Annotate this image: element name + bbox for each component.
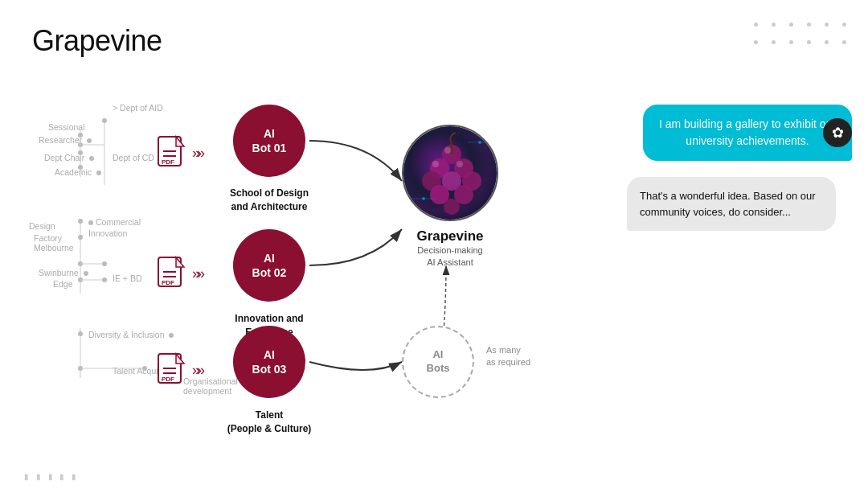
assistant-message-bubble: That's a wonderful idea. Based on our co…: [627, 177, 836, 231]
svg-point-7: [102, 118, 107, 123]
svg-point-48: [444, 199, 460, 215]
org-researcher-label: Researcher: [39, 135, 92, 145]
svg-point-12: [78, 277, 83, 282]
bot-01-circle: AI Bot 01: [233, 105, 305, 177]
arrow-to-bot1: »»: [192, 145, 202, 162]
ai-bots-text: AI Bots: [427, 348, 450, 376]
snowflake-icon: ✿: [823, 118, 852, 147]
grapevine-image: [403, 126, 497, 220]
svg-point-55: [422, 197, 425, 200]
grapevine-circle: [402, 125, 498, 221]
bot-02-circle: AI Bot 02: [233, 229, 305, 302]
svg-text:PDF: PDF: [162, 279, 174, 286]
svg-text:PDF: PDF: [162, 376, 174, 383]
grapevine-subtitle: Decision-making AI Assistant: [392, 244, 508, 269]
ai-bots-circle: AI Bots: [402, 326, 474, 398]
org-diversity-label: Diversity & Inclusion: [88, 330, 174, 339]
bottom-hint: ▮ ▮ ▮ ▮ ▮: [24, 472, 79, 481]
ai-bots-note: As many as required: [486, 344, 530, 369]
pdf-icon-2: PDF: [157, 256, 187, 291]
svg-point-52: [457, 161, 463, 167]
svg-text:PDF: PDF: [162, 158, 174, 166]
user-bubble-wrapper: I am building a gallery to exhibit our u…: [627, 105, 852, 161]
svg-point-10: [78, 235, 83, 240]
chat-area: I am building a gallery to exhibit our u…: [627, 105, 852, 231]
org-sessional-label: Sessional: [48, 122, 85, 132]
arrow-to-bot3: »»: [192, 362, 202, 379]
org-swinburne-label: Swinburne: [39, 268, 88, 277]
org-iebd-label: IE + BD: [113, 273, 141, 283]
dots-grid: [754, 23, 852, 50]
pdf-group-1: PDF »»: [157, 135, 202, 171]
svg-point-14: [102, 261, 107, 266]
org-dept-chair-label: Dept Chair: [44, 153, 94, 162]
user-message-bubble: I am building a gallery to exhibit our u…: [643, 105, 852, 161]
svg-point-11: [78, 261, 83, 266]
grapevine-title: Grapevine: [392, 228, 508, 244]
org-academic-label: Academic: [55, 167, 101, 177]
org-dept-cd-label: Dept of CD: [113, 153, 154, 162]
bot-03-label: Talent (People & Culture): [215, 409, 324, 436]
org-dept-aid-label: > Dept of AID: [113, 103, 163, 113]
org-commercial-label: Commercial: [88, 217, 141, 227]
bot-03-circle: AI Bot 03: [233, 326, 305, 398]
svg-point-50: [444, 147, 451, 154]
org-factory-melbourne-label: FactoryMelbourne: [34, 233, 74, 253]
svg-point-51: [432, 161, 439, 167]
arrow-to-bot2: »»: [192, 265, 202, 282]
svg-point-16: [102, 277, 107, 282]
pdf-icon-1: PDF: [157, 135, 187, 171]
svg-point-19: [78, 366, 83, 371]
grapevine-label-block: Grapevine Decision-making AI Assistant: [392, 228, 508, 269]
svg-point-18: [78, 331, 83, 336]
pdf-group-3: PDF »»: [157, 352, 202, 388]
svg-point-56: [478, 141, 481, 144]
org-design-label: Design: [29, 221, 55, 231]
pdf-icon-3: PDF: [157, 352, 187, 388]
org-innovation-label: Innovation: [88, 228, 127, 238]
pdf-group-2: PDF »»: [157, 256, 202, 291]
svg-point-9: [78, 219, 83, 224]
org-edge-label: Edge: [53, 279, 73, 289]
bot-01-label: School of Design and Architecture: [223, 187, 315, 214]
page-title: Grapevine: [32, 24, 162, 58]
